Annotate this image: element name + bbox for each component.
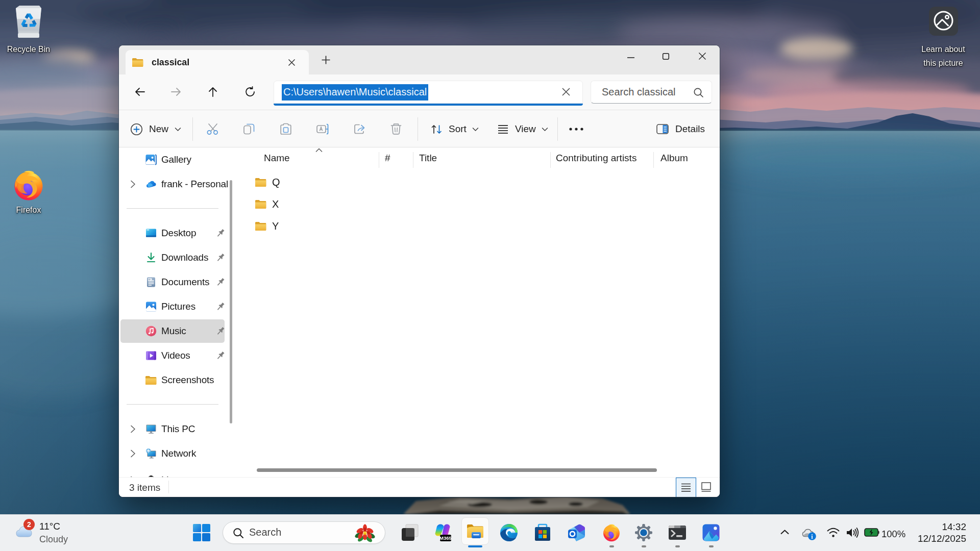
svg-text:M365: M365 bbox=[439, 535, 451, 541]
svg-text:2: 2 bbox=[27, 520, 31, 529]
